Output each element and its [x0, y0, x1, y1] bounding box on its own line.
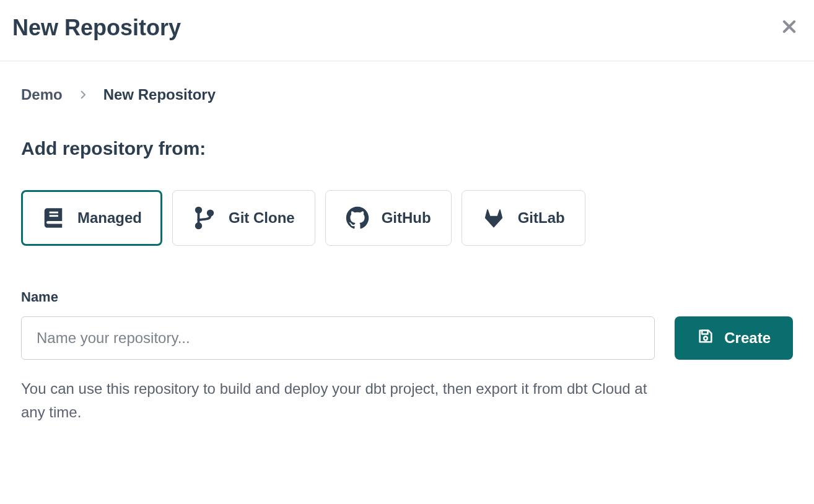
close-icon — [781, 18, 798, 38]
source-option-label: GitLab — [518, 209, 565, 227]
create-button-label: Create — [724, 329, 771, 347]
page-title: New Repository — [12, 15, 181, 41]
close-button[interactable] — [777, 15, 802, 40]
gitlab-icon — [482, 206, 505, 230]
create-button[interactable]: Create — [675, 316, 793, 360]
source-option-github[interactable]: GitHub — [325, 190, 452, 246]
source-option-managed[interactable]: Managed — [21, 190, 162, 246]
github-icon — [346, 206, 369, 230]
svg-rect-3 — [50, 215, 58, 217]
breadcrumb-current: New Repository — [103, 86, 216, 103]
chevron-right-icon — [77, 89, 89, 100]
breadcrumb-parent[interactable]: Demo — [21, 86, 63, 103]
book-icon — [42, 206, 65, 230]
svg-rect-7 — [702, 331, 707, 334]
name-label: Name — [21, 289, 793, 305]
source-options: Managed Git Clone GitHub — [21, 190, 793, 246]
svg-rect-2 — [50, 212, 58, 214]
help-text: You can use this repository to build and… — [21, 377, 665, 425]
repository-name-input[interactable] — [21, 316, 655, 360]
source-option-label: Git Clone — [229, 209, 295, 227]
source-option-git-clone[interactable]: Git Clone — [172, 190, 315, 246]
git-branch-icon — [193, 206, 216, 230]
breadcrumb: Demo New Repository — [21, 86, 793, 103]
svg-point-8 — [704, 337, 707, 341]
source-option-label: Managed — [77, 209, 142, 227]
source-option-label: GitHub — [382, 209, 431, 227]
save-icon — [697, 328, 714, 349]
section-heading: Add repository from: — [21, 138, 793, 159]
source-option-gitlab[interactable]: GitLab — [462, 190, 585, 246]
